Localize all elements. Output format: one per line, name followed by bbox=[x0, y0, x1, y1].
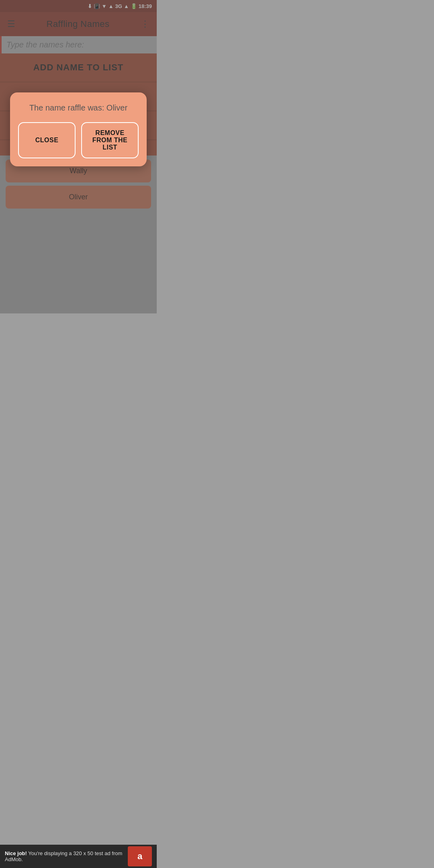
raffle-result-dialog: The name raffle was: Oliver CLOSE REMOVE… bbox=[10, 92, 147, 166]
dialog-overlay: The name raffle was: Oliver CLOSE REMOVE… bbox=[0, 0, 157, 313]
dialog-buttons: CLOSE REMOVE FROM THE LIST bbox=[18, 122, 139, 158]
close-dialog-button[interactable]: CLOSE bbox=[18, 122, 76, 158]
remove-from-list-button[interactable]: REMOVE FROM THE LIST bbox=[81, 122, 139, 158]
dialog-message: The name raffle was: Oliver bbox=[18, 102, 139, 113]
